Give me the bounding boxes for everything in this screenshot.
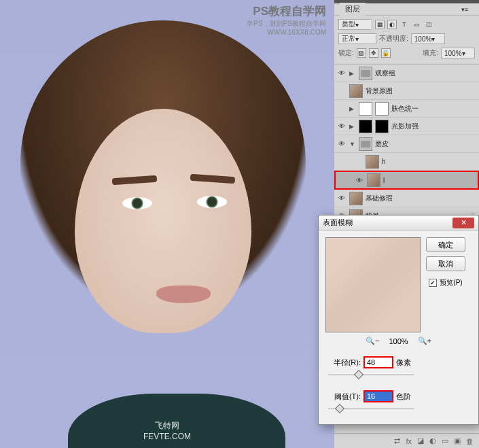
- preview-checkbox[interactable]: ✔: [429, 279, 437, 287]
- expand-icon[interactable]: ▼: [349, 141, 356, 148]
- layer-thumb: [366, 155, 379, 169]
- filter-type-icon[interactable]: T: [400, 20, 409, 29]
- filter-adjust-icon[interactable]: ◐: [387, 20, 397, 29]
- threshold-label: 阈值(T):: [325, 392, 361, 402]
- layer-name: 基础修瑕: [366, 194, 393, 203]
- watermark-bottom2: FEVTE.COM: [143, 432, 191, 441]
- layer-row[interactable]: 👁▶观察组: [334, 65, 479, 82]
- eye: [197, 196, 227, 208]
- cancel-button[interactable]: 取消: [426, 256, 465, 271]
- lips: [156, 286, 211, 303]
- layer-row[interactable]: 👁▶光影加强: [334, 118, 479, 135]
- visibility-icon[interactable]: 👁: [337, 140, 347, 148]
- layer-thumb: [367, 173, 380, 187]
- layer-name: 磨皮: [375, 139, 389, 149]
- watermark-line3: WWW.16XX8.COM: [247, 28, 326, 37]
- filter-type-select[interactable]: 类型 ▾: [338, 19, 372, 30]
- zoom-out-icon[interactable]: 🔍−: [366, 337, 379, 345]
- watermark-bottom1: 飞特网: [143, 420, 191, 432]
- threshold-unit: 色阶: [396, 392, 411, 402]
- layers-list: 👁▶观察组背景原图▶肤色统一👁▶光影加强👁▼磨皮h👁l👁基础修瑕👁背景🔒: [334, 65, 479, 225]
- zoom-value: 100%: [389, 337, 408, 345]
- layer-row[interactable]: ▶肤色统一: [334, 100, 479, 118]
- lock-pixels-icon[interactable]: ▨: [357, 48, 366, 58]
- visibility-icon[interactable]: 👁: [337, 122, 347, 130]
- layer-name: 观察组: [375, 69, 395, 78]
- filter-pixel-icon[interactable]: ▦: [375, 20, 385, 29]
- layer-row[interactable]: 背景原图: [334, 82, 479, 100]
- visibility-icon[interactable]: 👁: [337, 69, 347, 77]
- group-icon[interactable]: ▭: [442, 436, 448, 445]
- opacity-input[interactable]: 100% ▾: [411, 33, 445, 44]
- radius-slider[interactable]: [328, 370, 414, 379]
- trash-icon[interactable]: 🗑: [466, 437, 474, 445]
- layer-thumb: [349, 192, 363, 205]
- layers-footer: ⇄ fx ◪ ◐ ▭ ▣ 🗑: [334, 433, 479, 448]
- fill-label: 填充:: [423, 48, 438, 58]
- visibility-icon[interactable]: 👁: [355, 177, 364, 184]
- panel-tab-bar: 图层 ▾≡: [334, 3, 479, 16]
- layer-thumb: [359, 137, 372, 151]
- layer-name: 肤色统一: [391, 104, 419, 114]
- zoom-in-icon[interactable]: 🔍+: [418, 337, 431, 345]
- layer-row[interactable]: 👁▼磨皮: [334, 135, 479, 153]
- layer-row[interactable]: 👁l: [334, 171, 479, 190]
- close-icon[interactable]: ✕: [453, 218, 474, 228]
- radius-label: 半径(R):: [325, 358, 361, 368]
- layers-toolbar: 类型 ▾ ▦ ◐ T ▭ ◫ 正常 ▾ 不透明度: 100% ▾ 锁定: ▨ ✥…: [334, 16, 479, 65]
- ok-button[interactable]: 确定: [426, 237, 465, 252]
- layer-row[interactable]: h: [334, 153, 479, 171]
- expand-icon[interactable]: ▶: [349, 105, 356, 112]
- lock-all-icon[interactable]: 🔒: [381, 48, 391, 58]
- layer-thumb: [359, 120, 372, 133]
- document-canvas[interactable]: PS教程自学网 学PS，就到PS教程自学网 WWW.16XX8.COM 飞特网 …: [0, 0, 334, 448]
- watermark-bottom: 飞特网 FEVTE.COM: [143, 420, 191, 441]
- expand-icon[interactable]: ▶: [349, 123, 356, 130]
- radius-unit: 像素: [396, 358, 411, 368]
- adjustment-icon[interactable]: ◐: [429, 436, 436, 445]
- new-layer-icon[interactable]: ▣: [454, 436, 461, 445]
- surface-blur-dialog: 表面模糊 ✕ 确定 取消 ✔ 预览(P) 🔍− 100% 🔍+ 半径(R): 像…: [318, 215, 479, 425]
- layer-mask-thumb: [375, 102, 389, 116]
- filter-shape-icon[interactable]: ▭: [412, 20, 421, 29]
- threshold-input[interactable]: [363, 390, 393, 402]
- lock-label: 锁定:: [338, 48, 354, 58]
- watermark-top: PS教程自学网 学PS，就到PS教程自学网 WWW.16XX8.COM: [247, 4, 326, 37]
- layer-name: l: [383, 177, 385, 184]
- layer-name: 背景原图: [366, 86, 393, 96]
- blend-mode-select[interactable]: 正常 ▾: [338, 33, 376, 44]
- preview-label: 预览(P): [440, 278, 462, 288]
- opacity-label: 不透明度:: [379, 34, 408, 44]
- dialog-title: 表面模糊: [323, 218, 353, 228]
- panel-menu-icon[interactable]: ▾≡: [456, 5, 474, 14]
- tab-layers[interactable]: 图层: [340, 3, 366, 16]
- watermark-line2: 学PS，就到PS教程自学网: [247, 19, 326, 28]
- layer-thumb: [349, 84, 363, 98]
- link-layers-icon[interactable]: ⇄: [394, 436, 400, 445]
- expand-icon[interactable]: ▶: [349, 70, 356, 77]
- dialog-titlebar[interactable]: 表面模糊 ✕: [319, 216, 478, 230]
- watermark-line1: PS教程自学网: [247, 4, 326, 19]
- layer-name: h: [382, 158, 386, 165]
- filter-smart-icon[interactable]: ◫: [424, 20, 433, 29]
- layer-thumb: [359, 102, 372, 116]
- mask-icon[interactable]: ◪: [417, 436, 424, 445]
- preview-area[interactable]: [325, 237, 421, 332]
- layer-row[interactable]: 👁基础修瑕: [334, 190, 479, 207]
- visibility-icon[interactable]: 👁: [337, 194, 347, 202]
- layer-thumb: [359, 67, 372, 80]
- layer-name: 光影加强: [391, 122, 419, 131]
- fx-icon[interactable]: fx: [406, 437, 412, 445]
- threshold-slider[interactable]: [328, 404, 414, 413]
- radius-input[interactable]: [363, 356, 393, 368]
- lock-position-icon[interactable]: ✥: [369, 48, 378, 58]
- fill-input[interactable]: 100% ▾: [441, 48, 475, 58]
- layer-mask-thumb: [375, 120, 389, 133]
- eye: [122, 197, 152, 209]
